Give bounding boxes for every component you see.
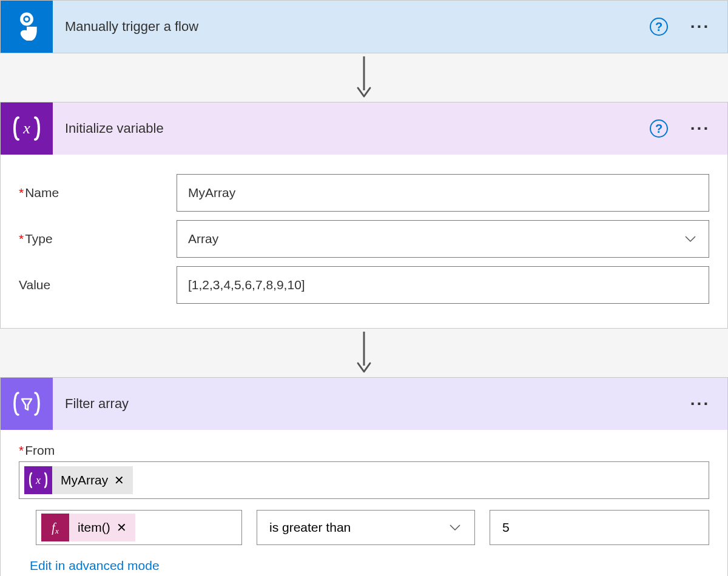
- filter-array-body: From x MyArray ✕: [1, 430, 727, 576]
- trigger-title: Manually trigger a flow: [53, 19, 650, 35]
- filter-array-header[interactable]: Filter array ···: [1, 378, 727, 430]
- condition-operator-value: is greater than: [269, 520, 351, 535]
- condition-row: fx item() ✕ is greater than 5: [36, 510, 709, 545]
- chevron-down-icon: [448, 520, 462, 535]
- condition-left-input[interactable]: fx item() ✕: [36, 510, 242, 545]
- more-menu-icon[interactable]: ···: [685, 119, 715, 138]
- init-variable-title: Initialize variable: [53, 121, 650, 136]
- type-select[interactable]: Array: [177, 220, 709, 258]
- expression-token-icon: fx: [41, 514, 69, 541]
- trigger-card: Manually trigger a flow ? ···: [0, 0, 728, 53]
- flow-arrow: [0, 53, 728, 102]
- init-variable-header[interactable]: x Initialize variable ? ···: [1, 102, 727, 155]
- flow-arrow: [0, 329, 728, 377]
- init-variable-card: x Initialize variable ? ··· Name Type Ar…: [0, 102, 728, 329]
- help-icon[interactable]: ?: [650, 119, 668, 138]
- expression-token: fx item() ✕: [41, 514, 135, 541]
- name-input[interactable]: [177, 174, 709, 212]
- remove-token-icon[interactable]: ✕: [116, 521, 127, 534]
- from-input[interactable]: x MyArray ✕: [19, 461, 709, 499]
- filter-array-title: Filter array: [53, 396, 685, 412]
- filter-icon: [1, 378, 53, 430]
- type-label: Type: [19, 232, 177, 246]
- variable-icon: x: [1, 102, 53, 155]
- condition-right-input[interactable]: 5: [490, 510, 709, 545]
- value-label: Value: [19, 278, 177, 292]
- from-token: x MyArray ✕: [24, 466, 133, 494]
- from-label: From: [19, 443, 709, 458]
- filter-array-card: Filter array ··· From x MyArray ✕: [0, 377, 728, 576]
- expression-token-label: item() ✕: [69, 514, 135, 541]
- condition-operator-select[interactable]: is greater than: [257, 510, 475, 545]
- more-menu-icon[interactable]: ···: [685, 394, 715, 414]
- advanced-mode-link[interactable]: Edit in advanced mode: [19, 551, 160, 576]
- trigger-header[interactable]: Manually trigger a flow ? ···: [1, 1, 727, 53]
- name-label: Name: [19, 186, 177, 200]
- variable-token-icon: x: [24, 466, 52, 494]
- more-menu-icon[interactable]: ···: [685, 17, 715, 36]
- remove-token-icon[interactable]: ✕: [114, 474, 124, 486]
- svg-text:x: x: [35, 474, 41, 486]
- svg-text:x: x: [22, 119, 30, 137]
- svg-point-1: [25, 17, 29, 21]
- type-value: Array: [188, 232, 218, 246]
- from-token-label: MyArray ✕: [52, 466, 133, 494]
- init-variable-body: Name Type Array Value: [1, 155, 727, 328]
- value-input[interactable]: [177, 266, 709, 304]
- chevron-down-icon: [683, 232, 698, 246]
- svg-text:fx: fx: [52, 521, 59, 535]
- help-icon[interactable]: ?: [650, 18, 668, 36]
- manual-trigger-icon: [1, 1, 53, 53]
